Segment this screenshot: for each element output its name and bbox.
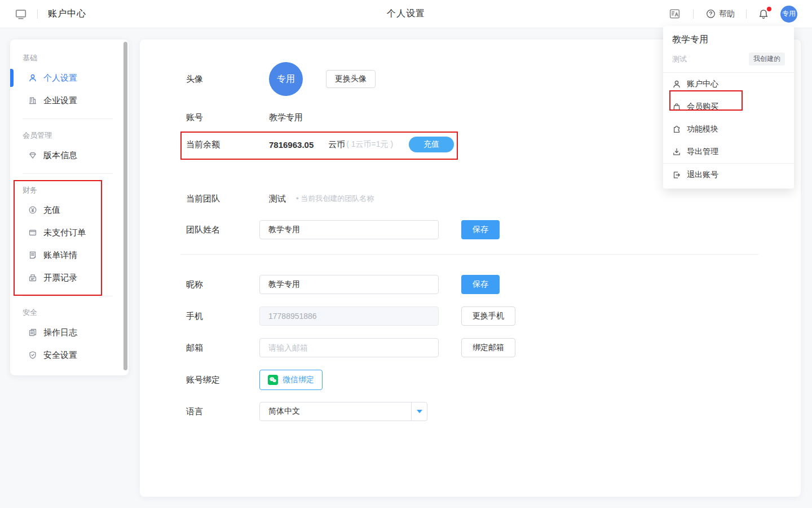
help-label: 帮助 bbox=[719, 9, 735, 19]
top-bar-left: 账户中心 bbox=[0, 8, 86, 20]
phone-label: 手机 bbox=[186, 311, 259, 322]
dropdown-team-name: 测试 bbox=[672, 54, 687, 64]
recharge-button[interactable]: 充值 bbox=[409, 137, 454, 152]
sidebar-item-label: 操作日志 bbox=[43, 327, 77, 338]
sidebar-section-membership: 会员管理 bbox=[10, 127, 129, 144]
change-phone-button[interactable]: 更换手机 bbox=[461, 306, 515, 326]
sidebar-item-unpaid-orders[interactable]: 未支付订单 bbox=[10, 221, 129, 244]
menu-item-label: 功能模块 bbox=[687, 124, 718, 134]
account-label: 账号 bbox=[186, 112, 259, 123]
user-icon bbox=[672, 80, 681, 89]
divider bbox=[693, 10, 694, 19]
menu-item-account-center[interactable]: 账户中心 bbox=[663, 73, 794, 95]
save-team-name-button[interactable]: 保存 bbox=[461, 220, 500, 239]
team-name-label: 团队姓名 bbox=[186, 225, 259, 235]
sidebar-item-recharge[interactable]: 充值 bbox=[10, 199, 129, 221]
sidebar-item-label: 个人设置 bbox=[43, 73, 77, 84]
monitor-logo-icon[interactable] bbox=[15, 8, 27, 20]
created-by-me-badge: 我创建的 bbox=[749, 52, 785, 65]
profile-avatar: 专用 bbox=[269, 62, 303, 96]
bind-email-button[interactable]: 绑定邮箱 bbox=[461, 338, 515, 357]
sidebar-item-personal-settings[interactable]: 个人设置 bbox=[10, 67, 129, 89]
team-hint: • 当前我创建的团队名称 bbox=[296, 194, 374, 204]
divider bbox=[23, 296, 113, 296]
wechat-bind-label: 微信绑定 bbox=[283, 375, 314, 385]
puzzle-icon bbox=[672, 125, 681, 134]
email-input[interactable] bbox=[259, 338, 439, 357]
sidebar-item-label: 企业设置 bbox=[43, 95, 77, 106]
chevron-down-icon bbox=[417, 410, 422, 413]
user-dropdown-menu: 教学专用 测试 我创建的 账户中心 会员购买 功能模块 bbox=[663, 26, 794, 189]
sidebar-section-basic: 基础 bbox=[10, 50, 129, 67]
notification-dot bbox=[767, 7, 771, 11]
language-icon[interactable] bbox=[669, 8, 681, 20]
sidebar-item-enterprise-settings[interactable]: 企业设置 bbox=[10, 89, 129, 112]
sidebar-item-label: 安全设置 bbox=[43, 350, 77, 361]
menu-item-export-management[interactable]: 导出管理 bbox=[663, 141, 794, 163]
sidebar-item-security-settings[interactable]: 安全设置 bbox=[10, 344, 129, 366]
current-team-label: 当前团队 bbox=[186, 194, 259, 204]
sidebar: 基础 个人设置 企业设置 会员管理 版本信息 财务 bbox=[10, 40, 129, 375]
divider bbox=[23, 173, 113, 174]
language-label: 语言 bbox=[186, 406, 259, 417]
phone-input bbox=[259, 306, 439, 326]
save-nickname-button[interactable]: 保存 bbox=[461, 275, 500, 294]
sidebar-section-finance: 财务 bbox=[10, 182, 129, 199]
sidebar-item-version-info[interactable]: 版本信息 bbox=[10, 144, 129, 167]
page-title: 个人设置 bbox=[387, 8, 425, 20]
language-select[interactable]: 简体中文 bbox=[259, 402, 427, 421]
notification-bell-icon[interactable] bbox=[758, 8, 769, 20]
sidebar-item-label: 版本信息 bbox=[43, 150, 77, 161]
divider bbox=[37, 10, 38, 19]
gem-icon bbox=[28, 151, 37, 160]
user-icon bbox=[28, 73, 37, 82]
balance-value: 7816963.05 bbox=[269, 140, 314, 150]
export-icon bbox=[672, 147, 681, 156]
nickname-label: 昵称 bbox=[186, 279, 259, 290]
bill-icon bbox=[28, 251, 37, 260]
dropdown-header: 教学专用 测试 我创建的 bbox=[663, 26, 794, 72]
sidebar-item-bill-details[interactable]: 账单详情 bbox=[10, 244, 129, 266]
balance-note: ( 1云币=1元 ) bbox=[346, 139, 393, 150]
sidebar-section-security: 安全 bbox=[10, 304, 129, 321]
log-icon bbox=[28, 328, 37, 337]
current-team-row: 当前团队 测试 • 当前我创建的团队名称 bbox=[186, 190, 801, 208]
team-name-row: 团队姓名 保存 bbox=[186, 220, 801, 239]
menu-item-member-purchase[interactable]: 会员购买 bbox=[663, 95, 794, 118]
menu-item-function-modules[interactable]: 功能模块 bbox=[663, 118, 794, 141]
sidebar-scrollbar[interactable] bbox=[123, 42, 127, 370]
dropdown-account-name: 教学专用 bbox=[672, 34, 785, 46]
wallet-icon bbox=[28, 228, 37, 237]
balance-field: 7816963.05 云币 ( 1云币=1元 ) 充值 bbox=[259, 137, 454, 152]
select-arrow-segment bbox=[411, 402, 427, 421]
help-button[interactable]: 帮助 bbox=[706, 9, 735, 19]
top-bar: 账户中心 个人设置 帮助 bbox=[0, 0, 812, 28]
account-binding-label: 账号绑定 bbox=[186, 375, 259, 386]
invoice-icon bbox=[28, 273, 37, 282]
sidebar-item-operation-log[interactable]: 操作日志 bbox=[10, 321, 129, 344]
recharge-coin-icon bbox=[28, 205, 37, 214]
top-bar-right: 帮助 专用 bbox=[669, 6, 812, 23]
balance-unit: 云币 bbox=[328, 139, 345, 150]
sidebar-item-label: 未支付订单 bbox=[43, 227, 86, 238]
nickname-row: 昵称 保存 bbox=[186, 275, 801, 294]
menu-item-label: 账户中心 bbox=[687, 79, 718, 89]
menu-item-label: 导出管理 bbox=[687, 147, 718, 157]
phone-row: 手机 更换手机 bbox=[186, 306, 801, 326]
shield-check-icon bbox=[28, 351, 37, 360]
building-icon bbox=[28, 96, 37, 105]
wechat-bind-button[interactable]: 微信绑定 bbox=[259, 370, 323, 390]
team-name-input[interactable] bbox=[259, 220, 439, 239]
dropdown-team-row: 测试 我创建的 bbox=[672, 52, 785, 65]
divider bbox=[180, 254, 758, 255]
menu-item-label: 退出账号 bbox=[687, 170, 718, 180]
avatar-label: 头像 bbox=[186, 74, 259, 85]
account-value: 教学专用 bbox=[259, 112, 303, 123]
change-avatar-button[interactable]: 更换头像 bbox=[326, 70, 376, 88]
user-avatar[interactable]: 专用 bbox=[780, 6, 797, 23]
help-icon bbox=[706, 9, 716, 19]
nickname-input[interactable] bbox=[259, 275, 439, 294]
active-indicator bbox=[10, 69, 14, 87]
sidebar-item-invoice-records[interactable]: 开票记录 bbox=[10, 266, 129, 289]
menu-item-logout[interactable]: 退出账号 bbox=[663, 164, 794, 186]
